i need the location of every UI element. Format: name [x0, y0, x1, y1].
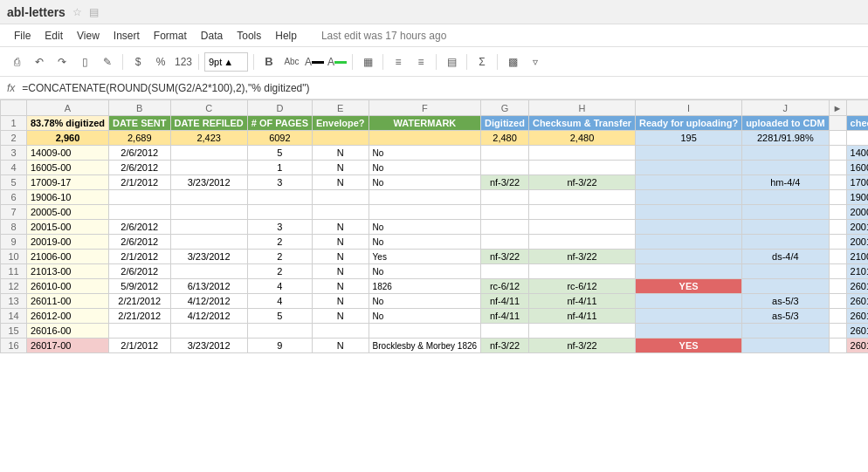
col-header-e[interactable]: E: [312, 100, 369, 116]
cell-i-14[interactable]: [636, 309, 742, 324]
cell-g-14[interactable]: nf-4/11: [481, 309, 529, 324]
cell-i-13[interactable]: [636, 294, 742, 309]
cell-g-11[interactable]: [481, 264, 529, 279]
cell-j-14[interactable]: as-5/3: [742, 309, 829, 324]
cell-a-15[interactable]: 26016-00: [27, 324, 109, 339]
cell-e-16[interactable]: N: [312, 339, 369, 353]
cell-c-8[interactable]: [170, 220, 247, 235]
cell-g-12[interactable]: rc-6/12: [481, 279, 529, 294]
abc-btn[interactable]: Abc: [282, 52, 301, 72]
cell-f-10[interactable]: Yes: [369, 250, 481, 264]
cell-f-9[interactable]: No: [369, 235, 481, 250]
cell-g-15[interactable]: [481, 324, 529, 339]
cell-d-11[interactable]: 2: [247, 264, 312, 279]
cell-c-14[interactable]: 4/12/2012: [170, 309, 247, 324]
cell-l-11[interactable]: 21013-00: [846, 264, 868, 279]
bold-btn[interactable]: B: [259, 52, 279, 72]
cell-g-8[interactable]: [481, 220, 529, 235]
cell-i-8[interactable]: [636, 220, 742, 235]
cell-i-10[interactable]: [636, 250, 742, 264]
cell-d-12[interactable]: 4: [247, 279, 312, 294]
cell-j-10[interactable]: ds-4/4: [742, 250, 829, 264]
cell-b-14[interactable]: 2/21/2012: [108, 309, 170, 324]
cell-a-10[interactable]: 21006-00: [27, 250, 109, 264]
cell-i-9[interactable]: [636, 235, 742, 250]
cell-l1[interactable]: checklist #: [846, 116, 868, 131]
cell-f-6[interactable]: [369, 190, 481, 205]
cell-d1[interactable]: # OF PAGES: [247, 116, 312, 131]
cell-j-3[interactable]: [742, 146, 829, 161]
col-header-f[interactable]: F: [369, 100, 481, 116]
cell-c1[interactable]: DATE REFILED: [170, 116, 247, 131]
cell-f-12[interactable]: 1826: [369, 279, 481, 294]
cell-e-15[interactable]: [312, 324, 369, 339]
cell-f-8[interactable]: No: [369, 220, 481, 235]
cell-b-12[interactable]: 5/9/2012: [108, 279, 170, 294]
cell-d-10[interactable]: 2: [247, 250, 312, 264]
cell-i1[interactable]: Ready for uploading?: [636, 116, 742, 131]
cell-a2[interactable]: 2,960: [27, 131, 109, 146]
cell-f1[interactable]: WATERMARK: [369, 116, 481, 131]
cell-e-5[interactable]: N: [312, 175, 369, 190]
cell-e-11[interactable]: N: [312, 264, 369, 279]
cell-d-8[interactable]: 3: [247, 220, 312, 235]
cell-l-9[interactable]: 20019-00: [846, 235, 868, 250]
cell-d-15[interactable]: [247, 324, 312, 339]
cell-j-4[interactable]: [742, 161, 829, 175]
cell-e-14[interactable]: N: [312, 309, 369, 324]
menu-tools[interactable]: Tools: [230, 28, 268, 44]
cell-c-5[interactable]: 3/23/2012: [170, 175, 247, 190]
cell-i2[interactable]: 195: [636, 131, 742, 146]
cell-e-4[interactable]: N: [312, 161, 369, 175]
col-header-d[interactable]: D: [247, 100, 312, 116]
cell-j-6[interactable]: [742, 190, 829, 205]
cell-c-4[interactable]: [170, 161, 247, 175]
cell-c-15[interactable]: [170, 324, 247, 339]
menu-file[interactable]: File: [7, 28, 38, 44]
cell-h-8[interactable]: [528, 220, 635, 235]
cell-f-15[interactable]: [369, 324, 481, 339]
sum-btn[interactable]: Σ: [472, 52, 492, 72]
col-header-b[interactable]: B: [108, 100, 170, 116]
cell-f-13[interactable]: No: [369, 294, 481, 309]
cell-f-4[interactable]: No: [369, 161, 481, 175]
cell-c-13[interactable]: 4/12/2012: [170, 294, 247, 309]
menu-format[interactable]: Format: [147, 28, 194, 44]
cell-g-16[interactable]: nf-3/22: [481, 339, 529, 353]
cell-a-3[interactable]: 14009-00: [27, 146, 109, 161]
cell-l-7[interactable]: 20005-00: [846, 205, 868, 220]
cell-h2[interactable]: 2,480: [528, 131, 635, 146]
cell-f-11[interactable]: No: [369, 264, 481, 279]
cell-d-6[interactable]: [247, 190, 312, 205]
cell-h-13[interactable]: nf-4/11: [528, 294, 635, 309]
cell-d-9[interactable]: 2: [247, 235, 312, 250]
borders-btn[interactable]: ▦: [358, 52, 377, 72]
cell-j2[interactable]: 2281/91.98%: [742, 131, 829, 146]
cell-h-16[interactable]: nf-3/22: [528, 339, 635, 353]
cell-l-3[interactable]: 14009-00: [846, 146, 868, 161]
cell-g2[interactable]: 2,480: [481, 131, 529, 146]
cell-g-6[interactable]: [481, 190, 529, 205]
cell-i-15[interactable]: [636, 324, 742, 339]
cell-i-16[interactable]: YES: [636, 339, 742, 353]
cell-b2[interactable]: 2,689: [108, 131, 170, 146]
menu-edit[interactable]: Edit: [38, 28, 70, 44]
cell-b-10[interactable]: 2/1/2012: [108, 250, 170, 264]
cell-f2[interactable]: [369, 131, 481, 146]
cell-d-7[interactable]: [247, 205, 312, 220]
cell-i-12[interactable]: YES: [636, 279, 742, 294]
cell-e-8[interactable]: N: [312, 220, 369, 235]
font-color-btn[interactable]: A: [305, 52, 324, 72]
cell-b-13[interactable]: 2/21/2012: [108, 294, 170, 309]
cell-c-11[interactable]: [170, 264, 247, 279]
cell-a-9[interactable]: 20019-00: [27, 235, 109, 250]
cell-j-8[interactable]: [742, 220, 829, 235]
col-header-c[interactable]: C: [170, 100, 247, 116]
cell-i-6[interactable]: [636, 190, 742, 205]
cell-l-10[interactable]: 21006-00: [846, 250, 868, 264]
col-header-k[interactable]: ►: [829, 100, 846, 116]
cell-g-9[interactable]: [481, 235, 529, 250]
cell-b-3[interactable]: 2/6/2012: [108, 146, 170, 161]
cell-b-7[interactable]: [108, 205, 170, 220]
cell-i-4[interactable]: [636, 161, 742, 175]
